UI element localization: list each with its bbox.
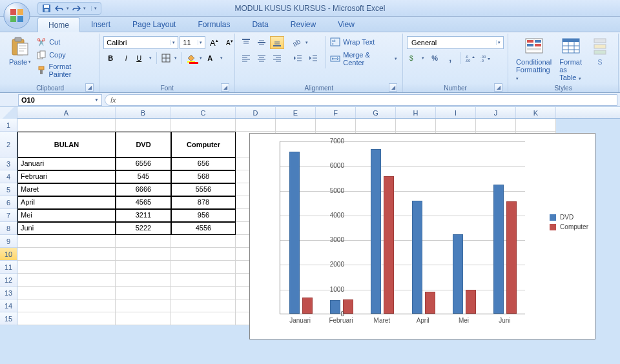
cell[interactable]: 545 [116, 170, 171, 183]
cell[interactable] [171, 248, 236, 261]
underline-button[interactable]: U▾ [134, 52, 154, 65]
accounting-format-button[interactable]: $▾ [407, 52, 426, 65]
cell[interactable] [116, 119, 171, 132]
undo-dropdown-icon[interactable]: ▾ [67, 6, 69, 11]
redo-dropdown-icon[interactable]: ▾ [83, 6, 86, 11]
row-header-5[interactable]: 5 [0, 183, 17, 196]
copy-button[interactable]: Copy [35, 49, 95, 61]
cell[interactable] [476, 119, 516, 132]
tab-insert[interactable]: Insert [80, 17, 121, 32]
cell[interactable] [17, 299, 116, 312]
cell[interactable]: BULAN [17, 132, 116, 157]
cell[interactable] [276, 119, 316, 132]
cell[interactable]: Maret [17, 183, 116, 196]
cell[interactable]: 6556 [116, 157, 171, 170]
cell[interactable] [116, 299, 171, 312]
cell[interactable] [17, 235, 116, 248]
comma-button[interactable]: , [443, 52, 457, 65]
conditional-formatting-button[interactable]: ConditionalFormatting ▾ [512, 35, 555, 83]
column-header-D[interactable]: D [236, 107, 276, 118]
align-top-button[interactable] [239, 36, 253, 49]
cell-styles-button[interactable]: S [586, 35, 614, 67]
decrease-indent-button[interactable] [291, 52, 305, 65]
row-header-15[interactable]: 15 [0, 312, 17, 325]
cell[interactable]: 5556 [171, 183, 236, 196]
cell[interactable]: 4565 [116, 196, 171, 209]
row-header-10[interactable]: 10 [0, 248, 17, 261]
cell[interactable] [396, 119, 436, 132]
cell[interactable] [171, 274, 236, 287]
cell[interactable]: 4556 [171, 222, 236, 235]
format-painter-button[interactable]: Format Painter [35, 62, 95, 79]
font-size-combo[interactable]: 11 ▾ [180, 36, 205, 49]
alignment-launcher-icon[interactable]: ◢ [389, 83, 397, 92]
row-header-7[interactable]: 7 [0, 209, 17, 222]
borders-button[interactable]: ▾ [160, 52, 179, 65]
cell[interactable]: 6666 [116, 183, 171, 196]
cell[interactable]: 656 [171, 157, 236, 170]
tab-review[interactable]: Review [280, 17, 327, 32]
column-header-F[interactable]: F [316, 107, 356, 118]
cell[interactable]: DVD [116, 132, 171, 157]
qat-customize-icon[interactable]: ▾ [91, 6, 97, 11]
shrink-font-button[interactable]: A▾ [222, 36, 236, 49]
number-launcher-icon[interactable]: ◢ [494, 83, 502, 92]
row-header-12[interactable]: 12 [0, 274, 17, 287]
row-header-4[interactable]: 4 [0, 170, 17, 183]
percent-button[interactable]: % [428, 52, 442, 65]
cell[interactable] [171, 287, 236, 299]
column-header-H[interactable]: H [396, 107, 436, 118]
cell[interactable] [436, 119, 476, 132]
cell[interactable] [116, 287, 171, 299]
name-box[interactable]: O10 ▼ [18, 94, 102, 106]
cell[interactable] [116, 235, 171, 248]
row-header-8[interactable]: 8 [0, 222, 17, 235]
format-as-table-button[interactable]: Formatas Table ▾ [555, 35, 586, 83]
column-header-C[interactable]: C [171, 107, 236, 118]
cut-button[interactable]: ✂️ Cut [35, 36, 95, 48]
align-right-button[interactable] [270, 52, 284, 65]
row-header-2[interactable]: 2 [0, 132, 17, 157]
align-center-button[interactable] [254, 52, 269, 65]
cell[interactable] [171, 312, 236, 325]
tab-page-layout[interactable]: Page Layout [121, 17, 187, 32]
cell[interactable]: Computer [171, 132, 236, 157]
column-header-K[interactable]: K [516, 107, 556, 118]
cell[interactable]: April [17, 196, 116, 209]
redo-icon[interactable] [70, 3, 82, 14]
cell[interactable] [17, 261, 116, 274]
cell[interactable] [316, 119, 356, 132]
cell[interactable] [17, 287, 116, 299]
font-color-button[interactable]: A▾ [205, 52, 225, 65]
wrap-text-button[interactable]: abc Wrap Text [329, 36, 398, 48]
cell[interactable] [171, 299, 236, 312]
column-header-J[interactable]: J [476, 107, 516, 118]
cell[interactable]: Februari [17, 170, 116, 183]
cell[interactable] [116, 274, 171, 287]
tab-home[interactable]: Home [37, 17, 80, 32]
cell[interactable] [116, 248, 171, 261]
cell[interactable]: 3211 [116, 209, 171, 222]
cell[interactable] [116, 261, 171, 274]
font-name-combo[interactable]: Calibri ▾ [103, 36, 178, 49]
cell[interactable] [236, 119, 276, 132]
row-header-13[interactable]: 13 [0, 287, 17, 299]
cell[interactable] [516, 119, 556, 132]
cell[interactable] [356, 119, 396, 132]
column-header-I[interactable]: I [436, 107, 476, 118]
cell[interactable] [171, 261, 236, 274]
cell[interactable] [17, 248, 116, 261]
embedded-chart[interactable]: DVD Computer 010002000300040005000600070… [249, 133, 595, 339]
clipboard-launcher-icon[interactable]: ◢ [85, 83, 94, 92]
row-header-3[interactable]: 3 [0, 157, 17, 170]
select-all-button[interactable] [0, 107, 17, 119]
cell[interactable]: Juni [17, 222, 116, 235]
column-header-B[interactable]: B [116, 107, 171, 118]
row-header-14[interactable]: 14 [0, 299, 17, 312]
cell[interactable]: Mei [17, 209, 116, 222]
cell[interactable] [171, 119, 236, 132]
tab-data[interactable]: Data [241, 17, 279, 32]
align-bottom-button[interactable] [270, 36, 284, 49]
cell[interactable]: 568 [171, 170, 236, 183]
row-header-1[interactable]: 1 [0, 119, 17, 132]
